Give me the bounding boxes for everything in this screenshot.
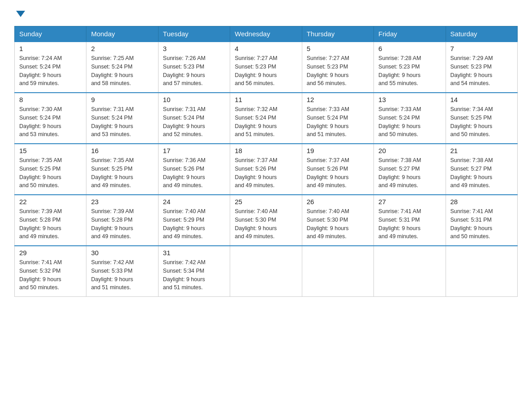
day-number: 22 [19, 198, 82, 206]
day-number: 15 [19, 147, 82, 154]
calendar-cell: 27 Sunrise: 7:41 AM Sunset: 5:31 PM Dayl… [374, 195, 446, 246]
day-info: Sunrise: 7:39 AM Sunset: 5:28 PM Dayligh… [19, 207, 82, 241]
day-info: Sunrise: 7:35 AM Sunset: 5:25 PM Dayligh… [19, 156, 82, 190]
calendar-week-row: 8 Sunrise: 7:30 AM Sunset: 5:24 PM Dayli… [15, 93, 518, 144]
day-number: 3 [163, 45, 225, 52]
calendar-cell: 26 Sunrise: 7:40 AM Sunset: 5:30 PM Dayl… [302, 195, 373, 246]
day-info: Sunrise: 7:39 AM Sunset: 5:28 PM Dayligh… [91, 207, 153, 241]
calendar-header-wednesday: Wednesday [230, 26, 302, 42]
day-info: Sunrise: 7:27 AM Sunset: 5:23 PM Dayligh… [307, 54, 369, 88]
day-number: 21 [450, 147, 513, 154]
day-info: Sunrise: 7:33 AM Sunset: 5:24 PM Dayligh… [378, 105, 441, 139]
calendar-cell: 16 Sunrise: 7:35 AM Sunset: 5:25 PM Dayl… [86, 144, 158, 195]
calendar-cell: 29 Sunrise: 7:41 AM Sunset: 5:32 PM Dayl… [15, 246, 86, 297]
calendar-cell: 14 Sunrise: 7:34 AM Sunset: 5:25 PM Dayl… [446, 93, 517, 144]
day-number: 23 [91, 198, 153, 206]
calendar-cell: 5 Sunrise: 7:27 AM Sunset: 5:23 PM Dayli… [302, 42, 373, 93]
calendar-cell: 9 Sunrise: 7:31 AM Sunset: 5:24 PM Dayli… [86, 93, 158, 144]
calendar-cell [374, 246, 446, 297]
calendar-cell: 10 Sunrise: 7:31 AM Sunset: 5:24 PM Dayl… [158, 93, 230, 144]
day-number: 14 [450, 96, 513, 103]
calendar-week-row: 1 Sunrise: 7:24 AM Sunset: 5:24 PM Dayli… [15, 42, 518, 93]
calendar-cell: 1 Sunrise: 7:24 AM Sunset: 5:24 PM Dayli… [15, 42, 86, 93]
day-number: 2 [91, 45, 153, 52]
calendar-cell: 22 Sunrise: 7:39 AM Sunset: 5:28 PM Dayl… [15, 195, 86, 246]
day-info: Sunrise: 7:32 AM Sunset: 5:24 PM Dayligh… [235, 105, 297, 139]
calendar-cell: 4 Sunrise: 7:27 AM Sunset: 5:23 PM Dayli… [230, 42, 302, 93]
calendar-cell: 7 Sunrise: 7:29 AM Sunset: 5:23 PM Dayli… [446, 42, 517, 93]
calendar-cell: 3 Sunrise: 7:26 AM Sunset: 5:23 PM Dayli… [158, 42, 230, 93]
day-number: 9 [91, 96, 153, 103]
calendar-cell: 8 Sunrise: 7:30 AM Sunset: 5:24 PM Dayli… [15, 93, 86, 144]
day-info: Sunrise: 7:25 AM Sunset: 5:24 PM Dayligh… [91, 54, 153, 88]
calendar-cell [230, 246, 302, 297]
day-info: Sunrise: 7:37 AM Sunset: 5:26 PM Dayligh… [235, 156, 297, 190]
day-number: 25 [235, 198, 297, 206]
calendar-cell: 24 Sunrise: 7:40 AM Sunset: 5:29 PM Dayl… [158, 195, 230, 246]
day-info: Sunrise: 7:26 AM Sunset: 5:23 PM Dayligh… [163, 54, 225, 88]
day-info: Sunrise: 7:37 AM Sunset: 5:26 PM Dayligh… [307, 156, 369, 190]
day-number: 28 [450, 198, 513, 206]
logo-arrow-icon [16, 11, 25, 17]
calendar-cell: 15 Sunrise: 7:35 AM Sunset: 5:25 PM Dayl… [15, 144, 86, 195]
day-number: 8 [19, 96, 82, 103]
logo [14, 11, 25, 15]
day-info: Sunrise: 7:31 AM Sunset: 5:24 PM Dayligh… [91, 105, 153, 139]
calendar-cell: 28 Sunrise: 7:41 AM Sunset: 5:31 PM Dayl… [446, 195, 517, 246]
day-number: 17 [163, 147, 225, 154]
calendar-header-friday: Friday [374, 26, 446, 42]
day-number: 29 [19, 249, 82, 257]
day-info: Sunrise: 7:38 AM Sunset: 5:27 PM Dayligh… [378, 156, 441, 190]
calendar-cell: 25 Sunrise: 7:40 AM Sunset: 5:30 PM Dayl… [230, 195, 302, 246]
calendar-header-row: SundayMondayTuesdayWednesdayThursdayFrid… [15, 26, 518, 42]
day-number: 26 [307, 198, 369, 206]
day-info: Sunrise: 7:40 AM Sunset: 5:30 PM Dayligh… [235, 207, 297, 241]
day-info: Sunrise: 7:41 AM Sunset: 5:31 PM Dayligh… [378, 207, 441, 241]
calendar-cell [302, 246, 373, 297]
day-info: Sunrise: 7:35 AM Sunset: 5:25 PM Dayligh… [91, 156, 153, 190]
day-info: Sunrise: 7:40 AM Sunset: 5:30 PM Dayligh… [307, 207, 369, 241]
day-number: 1 [19, 45, 82, 52]
calendar-table: SundayMondayTuesdayWednesdayThursdayFrid… [14, 26, 518, 297]
calendar-header-sunday: Sunday [15, 26, 86, 42]
day-number: 12 [307, 96, 369, 103]
calendar-cell: 30 Sunrise: 7:42 AM Sunset: 5:33 PM Dayl… [86, 246, 158, 297]
calendar-week-row: 15 Sunrise: 7:35 AM Sunset: 5:25 PM Dayl… [15, 144, 518, 195]
day-number: 30 [91, 249, 153, 257]
day-info: Sunrise: 7:27 AM Sunset: 5:23 PM Dayligh… [235, 54, 297, 88]
calendar-header-tuesday: Tuesday [158, 26, 230, 42]
calendar-cell: 19 Sunrise: 7:37 AM Sunset: 5:26 PM Dayl… [302, 144, 373, 195]
calendar-cell: 31 Sunrise: 7:42 AM Sunset: 5:34 PM Dayl… [158, 246, 230, 297]
day-info: Sunrise: 7:42 AM Sunset: 5:34 PM Dayligh… [163, 258, 225, 292]
day-number: 18 [235, 147, 297, 154]
calendar-cell [446, 246, 517, 297]
calendar-cell: 17 Sunrise: 7:36 AM Sunset: 5:26 PM Dayl… [158, 144, 230, 195]
day-number: 7 [450, 45, 513, 52]
day-number: 6 [378, 45, 441, 52]
day-info: Sunrise: 7:31 AM Sunset: 5:24 PM Dayligh… [163, 105, 225, 139]
logo-text [14, 11, 25, 16]
day-number: 5 [307, 45, 369, 52]
calendar-cell: 2 Sunrise: 7:25 AM Sunset: 5:24 PM Dayli… [86, 42, 158, 93]
calendar-cell: 6 Sunrise: 7:28 AM Sunset: 5:23 PM Dayli… [374, 42, 446, 93]
page-header [14, 11, 518, 15]
calendar-cell: 20 Sunrise: 7:38 AM Sunset: 5:27 PM Dayl… [374, 144, 446, 195]
day-number: 11 [235, 96, 297, 103]
day-number: 24 [163, 198, 225, 206]
calendar-cell: 18 Sunrise: 7:37 AM Sunset: 5:26 PM Dayl… [230, 144, 302, 195]
day-number: 16 [91, 147, 153, 154]
calendar-cell: 11 Sunrise: 7:32 AM Sunset: 5:24 PM Dayl… [230, 93, 302, 144]
calendar-cell: 12 Sunrise: 7:33 AM Sunset: 5:24 PM Dayl… [302, 93, 373, 144]
calendar-header-saturday: Saturday [446, 26, 517, 42]
day-info: Sunrise: 7:24 AM Sunset: 5:24 PM Dayligh… [19, 54, 82, 88]
calendar-cell: 13 Sunrise: 7:33 AM Sunset: 5:24 PM Dayl… [374, 93, 446, 144]
calendar-cell: 23 Sunrise: 7:39 AM Sunset: 5:28 PM Dayl… [86, 195, 158, 246]
day-number: 31 [163, 249, 225, 257]
day-number: 19 [307, 147, 369, 154]
day-info: Sunrise: 7:41 AM Sunset: 5:31 PM Dayligh… [450, 207, 513, 241]
day-info: Sunrise: 7:28 AM Sunset: 5:23 PM Dayligh… [378, 54, 441, 88]
calendar-header-thursday: Thursday [302, 26, 373, 42]
day-number: 20 [378, 147, 441, 154]
day-info: Sunrise: 7:30 AM Sunset: 5:24 PM Dayligh… [19, 105, 82, 139]
day-info: Sunrise: 7:38 AM Sunset: 5:27 PM Dayligh… [450, 156, 513, 190]
